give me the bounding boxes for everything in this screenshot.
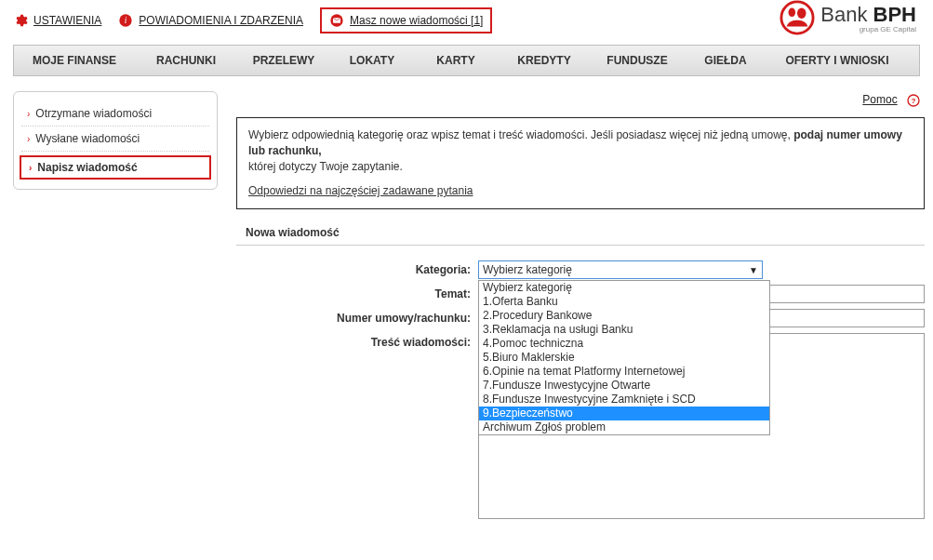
nav-item[interactable]: PRZELEWY [237, 46, 330, 75]
sidebar-item-received[interactable]: › Otrzymane wiadomości [14, 101, 217, 126]
svg-point-5 [789, 8, 796, 17]
dropdown-option[interactable]: 4.Pomoc techniczna [479, 337, 769, 351]
label-subject: Temat: [236, 285, 478, 300]
logo-icon [780, 0, 815, 35]
svg-text:?: ? [912, 97, 916, 105]
logo-text1: Bank [820, 3, 867, 26]
dropdown-option[interactable]: 8.Fundusze Inwestycyjne Zamknięte i SCD [479, 393, 769, 407]
faq-label: Odpowiedzi na najczęściej zadawane pytan… [248, 184, 473, 197]
compose-form: Kategoria: Wybierz kategorię ▼ Wybierz k… [236, 246, 925, 519]
svg-point-4 [781, 2, 813, 33]
info-icon: i [118, 13, 133, 28]
label-account: Numer umowy/rachunku: [236, 309, 478, 325]
dropdown-option[interactable]: 1.Oferta Banku [479, 295, 769, 309]
dropdown-option[interactable]: Wybierz kategorię [479, 281, 769, 295]
help-label: Pomoc [862, 93, 897, 106]
new-messages-link[interactable]: Masz nowe wiadomości [1] [329, 13, 483, 28]
dropdown-option[interactable]: 6.Opinie na temat Platformy Internetowej [479, 365, 769, 379]
nav-item[interactable]: GIEŁDA [684, 46, 767, 75]
nav-item[interactable]: FUNDUSZE [591, 46, 684, 75]
dropdown-option[interactable]: 9.Bezpieczeństwo [479, 407, 769, 420]
notifications-label: POWIADOMIENIA I ZDARZENIA [139, 14, 303, 27]
help-link[interactable]: Pomoc [862, 93, 897, 106]
nav-item[interactable]: KREDYTY [498, 46, 591, 75]
dropdown-option[interactable]: 3.Reklamacja na usługi Banku [479, 323, 769, 337]
category-select[interactable]: Wybierz kategorię ▼ Wybierz kategorię1.O… [478, 260, 763, 279]
sidebar-item-label: Wysłane wiadomości [35, 132, 140, 145]
divider [21, 151, 209, 152]
sidebar: › Otrzymane wiadomości › Wysłane wiadomo… [13, 91, 218, 190]
gear-icon [13, 13, 28, 28]
faq-link[interactable]: Odpowiedzi na najczęściej zadawane pytan… [248, 183, 473, 199]
svg-text:i: i [125, 16, 127, 25]
chevron-right-icon: › [27, 109, 30, 119]
new-messages-highlight: Masz nowe wiadomości [1] [320, 7, 492, 33]
dropdown-option[interactable]: 2.Procedury Bankowe [479, 309, 769, 323]
category-dropdown: Wybierz kategorię1.Oferta Banku2.Procedu… [478, 280, 770, 435]
sidebar-item-label: Otrzymane wiadomości [35, 107, 152, 120]
label-body: Treść wiadomości: [236, 333, 478, 349]
nav-item[interactable]: OFERTY I WNIOSKI [767, 46, 907, 75]
chevron-right-icon: › [27, 134, 30, 144]
info-box: Wybierz odpowiednią kategorię oraz wpisz… [236, 117, 925, 209]
logo-text2: BPH [873, 3, 916, 26]
chevron-down-icon: ▼ [749, 265, 758, 275]
sidebar-item-label: Napisz wiadomość [37, 161, 137, 174]
nav-item[interactable]: MOJE FINANSE [14, 46, 135, 75]
info-text: Wybierz odpowiednią kategorię oraz wpisz… [248, 128, 793, 141]
nav-item[interactable]: LOKATY [330, 46, 414, 75]
settings-label: USTAWIENIA [33, 14, 101, 27]
logo: Bank BPH grupa GE Capital [780, 0, 916, 35]
new-messages-label: Masz nowe wiadomości [1] [350, 14, 483, 27]
section-title: Nowa wiadomość [236, 209, 925, 245]
dropdown-option[interactable]: Archiwum Zgłoś problem [479, 420, 769, 434]
sidebar-item-sent[interactable]: › Wysłane wiadomości [14, 127, 217, 151]
nav-item[interactable]: RACHUNKI [135, 46, 237, 75]
chevron-right-icon: › [29, 163, 32, 173]
sidebar-item-compose[interactable]: › Napisz wiadomość [20, 155, 211, 180]
help-icon[interactable]: ? [906, 93, 921, 108]
notifications-link[interactable]: i POWIADOMIENIA I ZDARZENIA [118, 13, 303, 28]
svg-point-6 [797, 8, 806, 19]
dropdown-option[interactable]: 5.Biuro Maklerskie [479, 351, 769, 365]
settings-link[interactable]: USTAWIENIA [13, 13, 101, 28]
dropdown-option[interactable]: 7.Fundusze Inwestycyjne Otwarte [479, 379, 769, 393]
info-text: której dotyczy Twoje zapytanie. [248, 160, 403, 173]
nav-item[interactable]: KARTY [414, 46, 498, 75]
label-category: Kategoria: [236, 260, 478, 276]
main-nav: MOJE FINANSERACHUNKIPRZELEWYLOKATYKARTYK… [13, 45, 920, 76]
category-selected-value: Wybierz kategorię [483, 263, 572, 276]
mail-icon [329, 13, 344, 28]
